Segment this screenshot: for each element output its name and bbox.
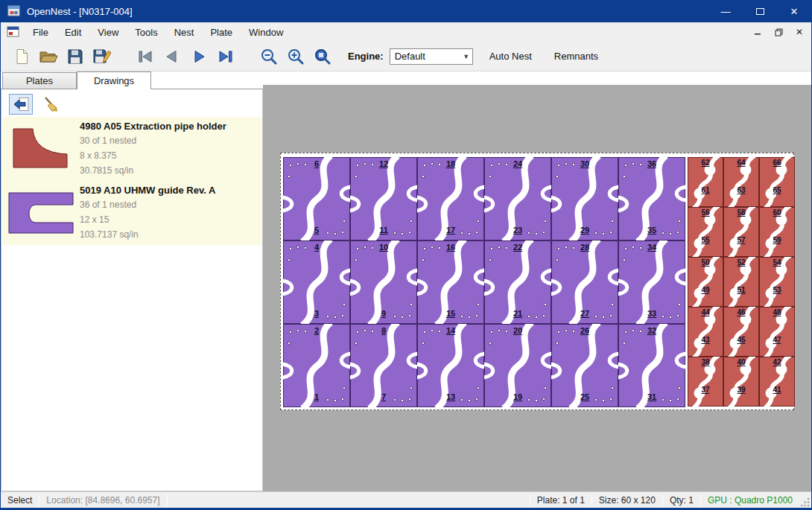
menu-plate[interactable]: Plate bbox=[202, 24, 241, 41]
maximize-button[interactable] bbox=[743, 0, 777, 22]
part-number: 13 bbox=[417, 392, 484, 401]
nested-part-purple-pair[interactable]: 2827 bbox=[551, 240, 618, 324]
part-number: 15 bbox=[417, 309, 484, 318]
save-icon bbox=[66, 48, 84, 66]
nested-part-purple-pair[interactable]: 65 bbox=[283, 157, 350, 240]
nested-part-red-pair[interactable]: 5251 bbox=[723, 257, 759, 307]
nested-part-purple-pair[interactable]: 2423 bbox=[484, 157, 551, 240]
nested-part-red-pair[interactable]: 5655 bbox=[688, 207, 723, 257]
nested-part-red-pair[interactable]: 4039 bbox=[723, 357, 759, 407]
part-number: 38 bbox=[688, 358, 723, 366]
plate[interactable]: 6512111817242330293635431091615222128273… bbox=[280, 153, 794, 410]
main-toolbar: Engine: Default ▼ Auto Nest Remnants bbox=[1, 42, 811, 71]
menu-edit[interactable]: Edit bbox=[57, 24, 89, 41]
nested-part-red-pair[interactable]: 4847 bbox=[759, 307, 795, 357]
tab-plates[interactable]: Plates bbox=[2, 72, 77, 89]
nested-part-purple-pair[interactable]: 109 bbox=[350, 240, 417, 324]
drawings-toolbar bbox=[9, 94, 63, 115]
nested-part-red-pair[interactable]: 5453 bbox=[759, 257, 795, 307]
nested-part-purple-pair[interactable]: 87 bbox=[350, 324, 417, 407]
nested-part-purple-pair[interactable]: 1817 bbox=[417, 157, 484, 240]
nav-prev-button[interactable] bbox=[159, 45, 185, 68]
nested-part-purple-pair[interactable]: 1211 bbox=[350, 157, 417, 240]
auto-nest-button[interactable]: Auto Nest bbox=[483, 47, 538, 66]
nested-part-purple-pair[interactable]: 3029 bbox=[551, 157, 618, 240]
nav-last-button[interactable] bbox=[212, 45, 239, 68]
zoom-fit-button[interactable] bbox=[309, 45, 336, 68]
nest-canvas[interactable]: 6512111817242330293635431091615222128273… bbox=[263, 71, 812, 491]
part-number: 9 bbox=[350, 309, 417, 318]
nested-part-red-pair[interactable]: 4443 bbox=[688, 307, 723, 357]
zoom-in-button[interactable] bbox=[282, 45, 309, 68]
part-number: 30 bbox=[551, 159, 618, 168]
part-number: 4 bbox=[283, 243, 350, 252]
tab-drawings[interactable]: Drawings bbox=[77, 71, 151, 89]
menu-window[interactable]: Window bbox=[241, 24, 291, 41]
nested-part-red-pair[interactable]: 5049 bbox=[688, 257, 723, 307]
nav-next-button[interactable] bbox=[185, 45, 212, 68]
part-number: 52 bbox=[723, 258, 759, 267]
nested-part-purple-pair[interactable]: 43 bbox=[283, 240, 350, 324]
save-as-button[interactable] bbox=[89, 45, 115, 68]
resize-grip[interactable] bbox=[799, 492, 811, 508]
menu-tools[interactable]: Tools bbox=[127, 24, 165, 41]
nested-part-purple-pair[interactable]: 1413 bbox=[417, 324, 484, 407]
drawing-list-item[interactable]: 5019 A10 UHMW guide Rev. A 36 of 1 neste… bbox=[2, 181, 261, 245]
nested-part-red-pair[interactable]: 3837 bbox=[688, 357, 723, 407]
nested-part-purple-pair[interactable]: 3231 bbox=[618, 324, 685, 407]
nav-next-icon bbox=[190, 48, 208, 66]
part-number: 5 bbox=[283, 226, 350, 235]
mdi-minimize-icon bbox=[754, 28, 761, 36]
minimize-button[interactable]: — bbox=[708, 0, 743, 22]
nested-part-purple-pair[interactable]: 3635 bbox=[618, 157, 685, 240]
menu-view[interactable]: View bbox=[89, 24, 127, 41]
part-number: 33 bbox=[618, 309, 685, 318]
part-number: 56 bbox=[688, 208, 723, 217]
nested-part-purple-pair[interactable]: 2019 bbox=[484, 324, 551, 407]
nested-part-purple-pair[interactable]: 1615 bbox=[417, 240, 484, 324]
part-number: 19 bbox=[484, 392, 551, 401]
nested-part-purple-pair[interactable]: 2221 bbox=[484, 240, 551, 324]
engine-label: Engine: bbox=[348, 51, 384, 62]
nested-part-purple-pair[interactable]: 21 bbox=[283, 324, 350, 407]
nested-part-red-pair[interactable]: 4241 bbox=[759, 357, 795, 407]
nested-part-red-pair[interactable]: 4645 bbox=[723, 307, 759, 357]
drawing-list-item[interactable]: 4980 A05 Extraction pipe holder 30 of 1 … bbox=[2, 117, 261, 181]
part-number: 61 bbox=[688, 186, 723, 194]
app-window: OpenNest - [N0317-004] — ✕ File Edit Vie… bbox=[0, 0, 812, 510]
mdi-close-button[interactable]: ✕ bbox=[792, 25, 807, 39]
close-button[interactable]: ✕ bbox=[777, 0, 811, 22]
zoom-out-button[interactable] bbox=[256, 45, 282, 68]
broom-button[interactable] bbox=[39, 94, 63, 115]
nested-part-purple-pair[interactable]: 3433 bbox=[618, 240, 685, 324]
nested-part-red-pair[interactable]: 6261 bbox=[688, 157, 723, 207]
nested-part-red-pair[interactable]: 6059 bbox=[759, 207, 795, 257]
part-number: 12 bbox=[350, 159, 417, 168]
engine-select[interactable]: Default ▼ bbox=[390, 48, 473, 65]
mdi-restore-button[interactable] bbox=[771, 25, 786, 39]
part-number: 55 bbox=[688, 236, 723, 244]
new-button[interactable] bbox=[8, 45, 35, 68]
nested-part-red-pair[interactable]: 6463 bbox=[723, 157, 759, 207]
open-button[interactable] bbox=[35, 45, 62, 68]
part-number: 29 bbox=[551, 226, 618, 235]
gpu-indicator: GPU : Quadro P1000 bbox=[701, 492, 799, 508]
menu-nest[interactable]: Nest bbox=[166, 24, 203, 41]
part-number: 37 bbox=[688, 386, 723, 394]
open-icon bbox=[39, 48, 58, 66]
nested-part-purple-pair[interactable]: 2625 bbox=[551, 324, 618, 407]
mdi-minimize-button[interactable] bbox=[750, 25, 765, 39]
part-number: 32 bbox=[618, 326, 685, 335]
drawing-size: 8 x 8.375 bbox=[80, 148, 261, 163]
part-number: 11 bbox=[350, 226, 417, 235]
remnants-button[interactable]: Remnants bbox=[548, 47, 604, 66]
drawing-size: 12 x 15 bbox=[80, 212, 261, 227]
mdi-child-icon[interactable] bbox=[7, 26, 20, 38]
menu-file[interactable]: File bbox=[25, 24, 57, 41]
save-button[interactable] bbox=[62, 45, 89, 68]
nested-part-red-pair[interactable]: 6665 bbox=[759, 157, 795, 207]
nav-first-button[interactable] bbox=[132, 45, 159, 68]
back-arrow-button[interactable] bbox=[9, 94, 33, 115]
part-number: 17 bbox=[417, 226, 484, 235]
nested-part-red-pair[interactable]: 5857 bbox=[723, 207, 759, 257]
